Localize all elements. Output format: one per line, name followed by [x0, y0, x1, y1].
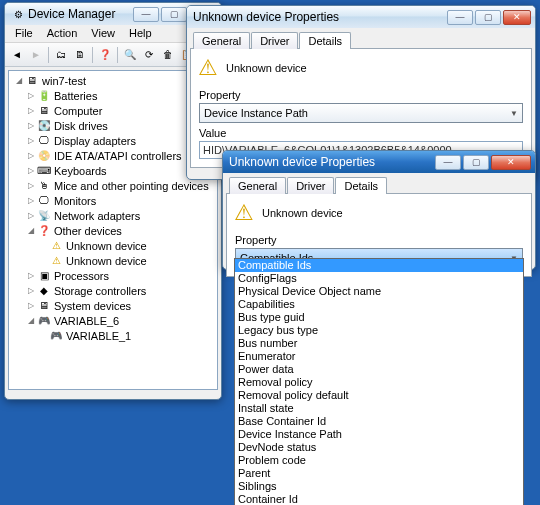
tab-driver[interactable]: Driver	[251, 32, 298, 49]
dropdown-option[interactable]: Parent	[235, 467, 523, 480]
tree-item[interactable]: Display adapters	[54, 135, 136, 147]
tree-item[interactable]: Mice and other pointing devices	[54, 180, 209, 192]
dropdown-option[interactable]: Bus type guid	[235, 311, 523, 324]
tab-driver[interactable]: Driver	[287, 177, 334, 194]
tree-item[interactable]: VARIABLE_1	[66, 330, 131, 342]
expand-icon[interactable]: ▷	[25, 210, 36, 221]
dropdown-option[interactable]: Siblings	[235, 480, 523, 493]
titlebar[interactable]: Unknown device Properties — ▢ ✕	[223, 151, 535, 173]
tree-item[interactable]: VARIABLE_6	[54, 315, 119, 327]
dropdown-option[interactable]: Power data	[235, 363, 523, 376]
other-icon: ❓	[37, 224, 51, 238]
device-icon: ▣	[37, 269, 51, 283]
device-icon: 🎮	[37, 314, 51, 328]
titlebar[interactable]: Unknown device Properties — ▢ ✕	[187, 6, 535, 28]
tree-item[interactable]: Other devices	[54, 225, 122, 237]
property-select[interactable]: Device Instance Path▼	[199, 103, 523, 123]
device-icon: 📡	[37, 209, 51, 223]
expand-icon[interactable]: ▷	[25, 285, 36, 296]
window-title: Device Manager	[28, 7, 133, 21]
tree-item[interactable]: Network adapters	[54, 210, 140, 222]
dialog-title: Unknown device Properties	[193, 10, 447, 24]
expand-icon[interactable]: ▷	[25, 195, 36, 206]
menu-help[interactable]: Help	[123, 26, 158, 41]
collapse-icon[interactable]: ◢	[25, 225, 36, 236]
expand-icon[interactable]: ▷	[25, 120, 36, 131]
menu-view[interactable]: View	[85, 26, 121, 41]
menu-action[interactable]: Action	[41, 26, 84, 41]
expand-icon[interactable]: ▷	[25, 150, 36, 161]
back-button[interactable]: ◄	[8, 46, 26, 64]
tree-item[interactable]: Disk drives	[54, 120, 108, 132]
device-icon: 🎮	[49, 329, 63, 343]
property-label: Property	[235, 234, 523, 246]
tab-general[interactable]: General	[193, 32, 250, 49]
maximize-button[interactable]: ▢	[463, 155, 489, 170]
tab-general[interactable]: General	[229, 177, 286, 194]
tree-item[interactable]: Unknown device	[66, 240, 147, 252]
tree-item[interactable]: Storage controllers	[54, 285, 146, 297]
tree-root[interactable]: win7-test	[42, 75, 86, 87]
tree-item[interactable]: Monitors	[54, 195, 96, 207]
device-icon: 🔋	[37, 89, 51, 103]
close-button[interactable]: ✕	[503, 10, 531, 25]
expand-icon[interactable]: ▷	[25, 270, 36, 281]
dropdown-option[interactable]: Problem code	[235, 454, 523, 467]
close-button[interactable]: ✕	[491, 155, 531, 170]
scan-icon[interactable]: 🔍	[121, 46, 139, 64]
device-warning-icon: ⚠	[201, 61, 215, 75]
expand-icon[interactable]: ▷	[25, 90, 36, 101]
tab-details[interactable]: Details	[299, 32, 351, 49]
dialog-title: Unknown device Properties	[229, 155, 435, 169]
tab-details[interactable]: Details	[335, 177, 387, 194]
dropdown-option[interactable]: Bus number	[235, 337, 523, 350]
expand-icon[interactable]: ▷	[25, 300, 36, 311]
expand-icon[interactable]: ▷	[25, 165, 36, 176]
tree-item[interactable]: Unknown device	[66, 255, 147, 267]
list-icon[interactable]: 🗎	[71, 46, 89, 64]
maximize-button[interactable]: ▢	[475, 10, 501, 25]
expand-icon[interactable]: ▷	[25, 135, 36, 146]
device-icon: 🖥	[37, 299, 51, 313]
dropdown-option[interactable]: Enumerator	[235, 350, 523, 363]
device-icon: 🖵	[37, 194, 51, 208]
dropdown-option[interactable]: Install state	[235, 402, 523, 415]
tree-item[interactable]: Keyboards	[54, 165, 107, 177]
expand-icon[interactable]: ▷	[25, 105, 36, 116]
minimize-button[interactable]: —	[447, 10, 473, 25]
dropdown-option[interactable]: Base Container Id	[235, 415, 523, 428]
tree-icon[interactable]: 🗂	[52, 46, 70, 64]
tree-item[interactable]: System devices	[54, 300, 131, 312]
update-icon[interactable]: ⟳	[140, 46, 158, 64]
dropdown-option[interactable]: DevNode status	[235, 441, 523, 454]
dropdown-option[interactable]: Removal policy	[235, 376, 523, 389]
tree-item[interactable]: Batteries	[54, 90, 97, 102]
dropdown-option[interactable]: Physical Device Object name	[235, 285, 523, 298]
expand-icon[interactable]: ▷	[25, 180, 36, 191]
menu-file[interactable]: File	[9, 26, 39, 41]
minimize-button[interactable]: —	[133, 7, 159, 22]
dropdown-option[interactable]: Legacy bus type	[235, 324, 523, 337]
help-icon[interactable]: ❓	[96, 46, 114, 64]
minimize-button[interactable]: —	[435, 155, 461, 170]
value-label: Value	[199, 127, 523, 139]
collapse-icon[interactable]: ◢	[25, 315, 36, 326]
dropdown-option[interactable]: Device Instance Path	[235, 428, 523, 441]
maximize-button[interactable]: ▢	[161, 7, 187, 22]
device-icon: 🖵	[37, 134, 51, 148]
dropdown-option[interactable]: Removal policy default	[235, 389, 523, 402]
property-dropdown-list[interactable]: Compatible IdsConfigFlagsPhysical Device…	[234, 258, 524, 505]
tree-item[interactable]: Processors	[54, 270, 109, 282]
forward-button[interactable]: ►	[27, 46, 45, 64]
chevron-down-icon: ▼	[510, 109, 518, 118]
unknown-icon: ⚠	[49, 239, 63, 253]
dropdown-option[interactable]: Container Id	[235, 493, 523, 505]
property-label: Property	[199, 89, 523, 101]
collapse-icon[interactable]: ◢	[13, 75, 24, 86]
dropdown-option[interactable]: Compatible Ids	[235, 259, 523, 272]
dropdown-option[interactable]: ConfigFlags	[235, 272, 523, 285]
tree-item[interactable]: IDE ATA/ATAPI controllers	[54, 150, 182, 162]
tree-item[interactable]: Computer	[54, 105, 102, 117]
dropdown-option[interactable]: Capabilities	[235, 298, 523, 311]
uninstall-icon[interactable]: 🗑	[159, 46, 177, 64]
